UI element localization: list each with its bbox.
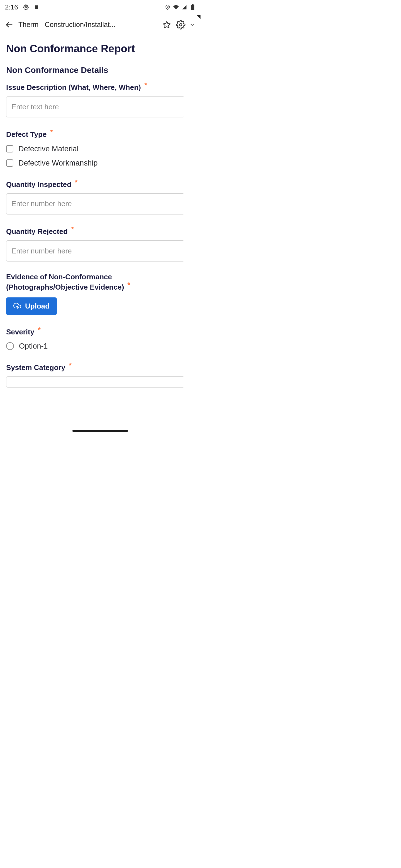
radio-icon[interactable] (6, 342, 14, 350)
star-favorite-icon[interactable] (163, 21, 171, 29)
quantity-rejected-label: Quantity Rejected (6, 227, 68, 236)
status-time: 2:16 (5, 3, 18, 11)
checkbox-label: Defective Material (18, 145, 79, 153)
page-header-title: Therm - Construction/Installat... (18, 21, 157, 29)
upload-cloud-icon (13, 302, 21, 310)
checkbox-row-defective-workmanship[interactable]: Defective Workmanship (6, 159, 194, 167)
wifi-status-icon (173, 4, 179, 10)
svg-point-2 (167, 6, 169, 7)
upload-button-label: Upload (25, 302, 50, 310)
quantity-inspected-placeholder: Enter number here (11, 199, 72, 208)
quantity-inspected-label: Quantity Inspected (6, 180, 71, 189)
svg-rect-1 (35, 5, 38, 9)
svg-point-7 (180, 23, 182, 26)
android-status-bar: 2:16 (0, 0, 200, 14)
field-evidence: Evidence of Non-Conformance (Photographs… (6, 273, 194, 315)
evidence-label: Evidence of Non-Conformance (Photographs… (6, 273, 124, 291)
page-title: Non Conformance Report (6, 43, 194, 55)
required-asterisk: * (69, 361, 71, 369)
svg-marker-6 (164, 21, 170, 28)
checkbox-label: Defective Workmanship (18, 159, 98, 167)
quantity-rejected-input[interactable]: Enter number here (6, 240, 184, 261)
field-quantity-inspected: Quantity Inspected * Enter number here (6, 179, 194, 215)
required-asterisk: * (75, 178, 78, 186)
defect-type-label: Defect Type (6, 130, 47, 139)
app-top-bar: Therm - Construction/Installat... (0, 14, 200, 35)
section-title: Non Conformance Details (6, 65, 194, 75)
svg-rect-4 (192, 4, 194, 5)
upload-button[interactable]: Upload (6, 298, 57, 315)
field-severity: Severity * Option-1 (6, 326, 194, 350)
gear-status-icon (23, 4, 29, 10)
field-quantity-rejected: Quantity Rejected * Enter number here (6, 226, 194, 261)
checkbox-icon[interactable] (6, 145, 13, 152)
issue-description-label: Issue Description (What, Where, When) (6, 83, 141, 92)
chevron-down-icon[interactable] (189, 22, 196, 28)
checkbox-row-defective-material[interactable]: Defective Material (6, 145, 194, 153)
required-asterisk: * (38, 326, 41, 334)
form-body: Non Conformance Report Non Conformance D… (0, 35, 200, 388)
system-category-label: System Category (6, 363, 65, 372)
checkbox-icon[interactable] (6, 159, 13, 167)
required-asterisk: * (127, 281, 130, 289)
battery-status-icon (190, 4, 196, 10)
form-scroll-area[interactable]: Non Conformance Report Non Conformance D… (0, 35, 200, 433)
android-nav-handle[interactable] (73, 430, 128, 432)
radio-label: Option-1 (19, 342, 48, 350)
issue-description-placeholder: Enter text here (11, 103, 59, 111)
radio-row-option-1[interactable]: Option-1 (6, 342, 194, 350)
severity-label: Severity (6, 328, 34, 336)
system-category-select[interactable] (6, 376, 184, 388)
field-issue-description: Issue Description (What, Where, When) * … (6, 82, 194, 117)
required-asterisk: * (71, 225, 74, 234)
svg-point-0 (25, 7, 26, 8)
svg-rect-3 (191, 5, 194, 10)
quantity-inspected-input[interactable]: Enter number here (6, 193, 184, 215)
settings-gear-icon[interactable] (176, 20, 185, 30)
required-asterisk: * (144, 81, 147, 89)
issue-description-input[interactable]: Enter text here (6, 96, 184, 117)
required-asterisk: * (50, 128, 53, 136)
field-system-category: System Category * (6, 362, 194, 388)
quantity-rejected-placeholder: Enter number here (11, 247, 72, 255)
field-defect-type: Defect Type * Defective Material Defecti… (6, 128, 194, 167)
location-status-icon (165, 4, 170, 10)
back-arrow-icon[interactable] (5, 21, 13, 29)
signal-status-icon (181, 4, 187, 10)
card-status-icon (34, 4, 39, 10)
